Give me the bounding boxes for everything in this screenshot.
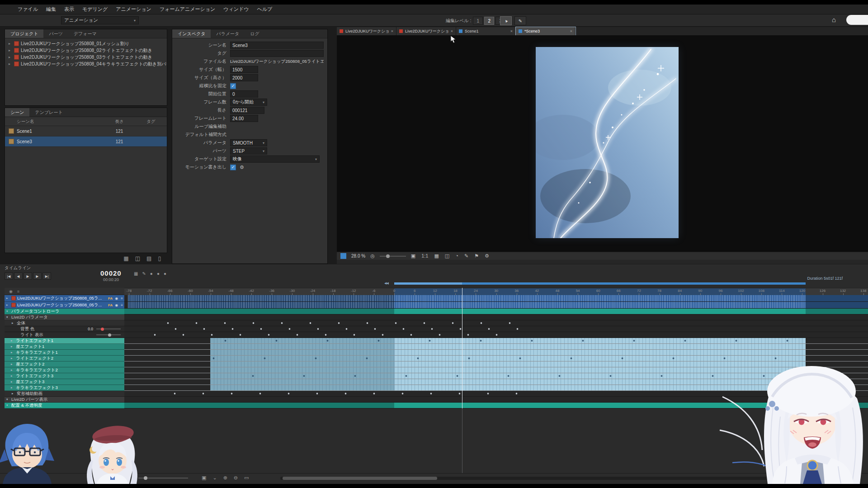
expand-icon[interactable]: ▸ bbox=[12, 392, 15, 395]
project-item-3[interactable]: ▸Live2DJUKUワークショップ250808_04キラキラエフェクトの動き別… bbox=[5, 61, 167, 67]
indicator-dot-1[interactable]: ● bbox=[150, 271, 153, 276]
keyframe-display-icon[interactable]: ▦ bbox=[134, 271, 138, 276]
param-interp-select[interactable]: SMOOTH bbox=[230, 139, 267, 146]
project-item-0[interactable]: ▸Live2DJUKUワークショップ250808_01メッシュ割り bbox=[5, 40, 167, 47]
timeline-track-1[interactable]: ▸Live2DJUKUワークショップ250808_05ラ...FA◉≡ bbox=[5, 302, 124, 309]
length-input[interactable] bbox=[230, 107, 264, 114]
work-area-handles[interactable]: ◀◀ bbox=[384, 282, 388, 285]
onion-skin-icon[interactable]: ◔ bbox=[455, 253, 458, 259]
timeline-track-14[interactable]: ▸星エフェクト3 bbox=[5, 379, 124, 385]
start-position-input[interactable] bbox=[230, 90, 258, 98]
tab-close-icon[interactable]: × bbox=[570, 29, 572, 33]
menu-item-0[interactable]: ファイル bbox=[14, 5, 42, 14]
timeline-track-18[interactable]: ▾配置 & 不透明度 bbox=[5, 403, 124, 408]
viewport-tab-0[interactable]: Live2DJUKUワークショ...× bbox=[337, 27, 396, 35]
go-end-button[interactable]: ▶| bbox=[42, 272, 51, 280]
timeline-track-10[interactable]: ▸ライトエフェクト2 bbox=[5, 356, 124, 361]
tab-close-icon[interactable]: × bbox=[510, 29, 513, 33]
flag-icon[interactable]: ⚑ bbox=[474, 253, 479, 259]
parts-interp-select[interactable]: STEP bbox=[230, 147, 267, 155]
play-button[interactable]: ▶ bbox=[24, 272, 32, 280]
scene-name-input[interactable] bbox=[230, 42, 324, 49]
expand-icon[interactable]: ▸ bbox=[11, 374, 14, 378]
guides-icon[interactable]: ◫ bbox=[445, 253, 449, 259]
timeline-track-8[interactable]: ▸星エフェクト1 bbox=[5, 344, 124, 350]
zoom-slider[interactable] bbox=[380, 256, 406, 257]
timeline-track-5[interactable]: 背景 色0.0 bbox=[5, 326, 124, 332]
pixel-view-icon[interactable]: ▣ bbox=[411, 253, 415, 259]
filter-icon[interactable]: ◉ bbox=[9, 289, 13, 294]
expand-icon[interactable]: ▸ bbox=[11, 362, 14, 366]
edit-level-2[interactable]: 2 bbox=[484, 17, 494, 25]
tag-input[interactable] bbox=[230, 50, 324, 57]
expand-icon[interactable]: ▸ bbox=[11, 386, 14, 389]
menu-item-6[interactable]: ウィンドウ bbox=[219, 5, 253, 14]
timeline-lane-1[interactable] bbox=[124, 302, 868, 309]
menu-item-7[interactable]: ヘルプ bbox=[253, 5, 277, 14]
scene-tab-0[interactable]: シーン bbox=[5, 108, 29, 117]
expand-icon[interactable]: ▸ bbox=[12, 321, 15, 325]
pen-icon[interactable]: ✎ bbox=[142, 271, 146, 276]
home-icon[interactable]: ⌂ bbox=[832, 16, 836, 23]
expand-icon[interactable]: ▸ bbox=[9, 62, 12, 66]
grid-icon[interactable]: ▦ bbox=[434, 253, 439, 259]
pen-icon[interactable]: ✎ bbox=[464, 253, 468, 259]
expand-icon[interactable]: ▸ bbox=[11, 351, 14, 354]
project-tab-1[interactable]: パーツ bbox=[43, 29, 68, 38]
scene-tab-1[interactable]: テンプレート bbox=[29, 108, 68, 117]
viewport-canvas[interactable] bbox=[337, 35, 868, 252]
magnifier-icon[interactable]: ◎ bbox=[370, 253, 375, 259]
playhead[interactable] bbox=[462, 288, 462, 408]
timeline-lane-3[interactable] bbox=[124, 314, 868, 320]
pen-tool-button[interactable]: ✎ bbox=[514, 16, 526, 25]
trash-icon[interactable]: ▯ bbox=[158, 255, 161, 262]
frame-rate-input[interactable] bbox=[230, 115, 258, 122]
scene-row-0[interactable]: Scene1121 bbox=[5, 126, 167, 136]
next-frame-button[interactable]: ▶ bbox=[33, 272, 42, 280]
motion-export-checkbox[interactable] bbox=[230, 164, 236, 170]
gear-icon[interactable]: ⚙ bbox=[240, 164, 244, 170]
expand-icon[interactable]: ▸ bbox=[9, 55, 12, 59]
timeline-lane-7[interactable] bbox=[124, 338, 868, 344]
expand-icon[interactable]: ▸ bbox=[9, 42, 12, 46]
menu-item-4[interactable]: アニメーション bbox=[112, 5, 156, 14]
visibility-icon[interactable]: ◉ bbox=[115, 303, 118, 307]
expand-icon[interactable]: ▸ bbox=[11, 380, 14, 384]
param-slider[interactable] bbox=[96, 328, 121, 329]
timeline-track-13[interactable]: ▸ライトエフェクト3 bbox=[5, 373, 124, 379]
prev-frame-button[interactable]: ◀ bbox=[14, 272, 23, 280]
expand-icon[interactable]: ▾ bbox=[6, 404, 10, 407]
track-menu-icon[interactable]: ≡ bbox=[121, 296, 123, 300]
scrollbar-thumb[interactable] bbox=[283, 477, 437, 480]
timeline-lane-5[interactable] bbox=[124, 326, 868, 332]
duplicate-icon[interactable]: ◫ bbox=[135, 255, 140, 262]
expand-icon[interactable]: ▾ bbox=[6, 398, 10, 401]
expand-icon[interactable]: ▸ bbox=[6, 296, 10, 300]
timeline-track-15[interactable]: ▸キラキラエフェクト3 bbox=[5, 385, 124, 391]
visibility-icon[interactable]: ◉ bbox=[115, 296, 118, 300]
param-slider[interactable] bbox=[96, 334, 121, 335]
expand-icon[interactable]: ▸ bbox=[11, 345, 14, 348]
expand-icon[interactable]: ▸ bbox=[9, 48, 12, 52]
slider-knob[interactable] bbox=[101, 328, 104, 331]
fit-timeline-icon[interactable]: ▣ bbox=[202, 475, 206, 481]
timeline-track-3[interactable]: ▾Live2D パラメータ bbox=[5, 314, 124, 320]
menu-item-3[interactable]: モデリング bbox=[78, 5, 112, 14]
zoom-out-icon[interactable]: ⊖ bbox=[234, 475, 238, 481]
collapse-tracks-icon[interactable]: ⌄ bbox=[212, 475, 217, 481]
menu-item-2[interactable]: 表示 bbox=[60, 5, 78, 14]
indicator-dot-2[interactable]: ● bbox=[157, 271, 160, 276]
new-item-icon[interactable]: ▦ bbox=[123, 255, 128, 262]
viewport-color-swatch[interactable] bbox=[340, 253, 346, 259]
timeline-lane-6[interactable] bbox=[124, 332, 868, 338]
project-tab-2[interactable]: デフォーマ bbox=[68, 29, 102, 38]
timeline-track-11[interactable]: ▸星エフェクト2 bbox=[5, 361, 124, 367]
timeline-track-16[interactable]: ▸変形補助動画 bbox=[5, 391, 124, 397]
timeline-track-6[interactable]: ライト 表示 bbox=[5, 332, 124, 338]
timeline-lane-0[interactable] bbox=[124, 295, 868, 302]
expand-icon[interactable]: ▸ bbox=[11, 357, 14, 360]
timeline-track-12[interactable]: ▸キラキラエフェクト2 bbox=[5, 367, 124, 373]
viewport-tab-2[interactable]: Scene1× bbox=[456, 27, 516, 35]
expand-icon[interactable]: ▾ bbox=[6, 310, 10, 313]
expand-icon[interactable]: ▸ bbox=[11, 368, 14, 372]
